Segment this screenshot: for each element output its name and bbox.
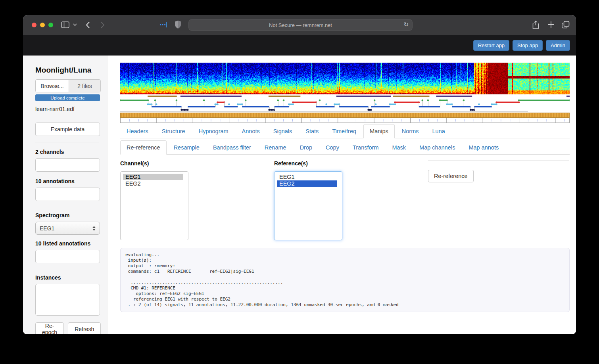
tab-luna[interactable]: Luna — [426, 124, 452, 138]
hypnogram-canvas[interactable] — [120, 94, 570, 113]
spectrogram-label: Spectrogram — [35, 212, 99, 218]
subtab-map-annots[interactable]: Map annots — [462, 140, 506, 154]
subtab-drop[interactable]: Drop — [294, 140, 319, 154]
upload-status-text: Upload complete — [50, 96, 84, 100]
sidebar: Moonlight/Luna Browse... 2 files Upload … — [23, 56, 108, 334]
app-title: Moonlight/Luna — [35, 66, 99, 75]
manips-subtabs: Re-reference Resample Bandpass filter Re… — [120, 140, 570, 155]
channel-option-eeg2[interactable]: EEG2 — [123, 180, 183, 187]
main-tabs: Headers Structure Hypnogram Annots Signa… — [120, 124, 570, 138]
upload-progress-bar: Upload complete — [35, 94, 100, 101]
instances-label: Instances — [35, 274, 99, 281]
browse-button[interactable]: Browse... — [36, 80, 69, 92]
tab-hypnogram[interactable]: Hypnogram — [192, 124, 236, 138]
subtab-re-reference[interactable]: Re-reference — [120, 140, 167, 154]
address-bar[interactable]: Not Secure — remnrem.net ↻ — [188, 19, 413, 31]
channels-listbox[interactable]: EEG1 EEG2 — [120, 171, 188, 240]
tab-headers[interactable]: Headers — [120, 124, 156, 138]
browser-window: •••▏ Not Secure — remnrem.net ↻ Restart … — [23, 15, 576, 334]
back-arrow-icon[interactable] — [86, 21, 90, 29]
channels-count-label: 2 channels — [35, 149, 99, 155]
forward-arrow-icon[interactable] — [100, 21, 105, 29]
listed-annotations-input[interactable] — [35, 250, 100, 263]
re-epoch-button[interactable]: Re-epoch — [35, 322, 64, 334]
loaded-filename: learn-nsrr01.edf — [35, 106, 99, 112]
reload-icon[interactable]: ↻ — [403, 21, 409, 28]
re-reference-button[interactable]: Re-reference — [428, 170, 474, 182]
minimize-window-button[interactable] — [40, 23, 45, 27]
file-upload-group: Browse... 2 files — [35, 79, 101, 92]
tab-stats[interactable]: Stats — [299, 124, 326, 138]
subtab-copy[interactable]: Copy — [319, 140, 346, 154]
sidebar-panel-icon[interactable] — [61, 21, 69, 28]
example-data-button[interactable]: Example data — [35, 123, 100, 136]
listed-annotations-label: 10 listed annotations — [35, 240, 99, 247]
tab-structure[interactable]: Structure — [156, 124, 192, 138]
tab-norms[interactable]: Norms — [395, 124, 426, 138]
new-tab-plus-icon[interactable] — [547, 21, 555, 28]
chevron-down-icon[interactable] — [73, 23, 77, 26]
epoch-mask-band[interactable] — [120, 113, 570, 118]
main-panel: Headers Structure Hypnogram Annots Signa… — [108, 56, 576, 334]
instances-listbox[interactable] — [35, 284, 100, 316]
extension-dots-icon[interactable]: •••▏ — [160, 22, 170, 27]
re-reference-pane: Channel(s) EEG1 EEG2 Reference(s) EEG1 E… — [120, 155, 570, 240]
stop-app-button[interactable]: Stop app — [513, 40, 543, 51]
browser-chrome: •••▏ Not Secure — remnrem.net ↻ — [23, 15, 576, 35]
tab-manips[interactable]: Manips — [363, 124, 395, 138]
address-bar-text: Not Secure — remnrem.net — [269, 22, 332, 28]
tab-timefreq[interactable]: Time/freq — [326, 124, 363, 138]
tab-overview-icon[interactable] — [562, 21, 570, 29]
annotations-count-label: 10 annotations — [35, 178, 99, 184]
select-stepper-icon — [91, 226, 97, 231]
subtab-mask[interactable]: Mask — [386, 140, 413, 154]
tab-annots[interactable]: Annots — [236, 124, 267, 138]
annotations-filter-input[interactable] — [35, 188, 100, 201]
zoom-window-button[interactable] — [48, 23, 53, 27]
channels-filter-input[interactable] — [35, 158, 100, 172]
admin-button[interactable]: Admin — [546, 40, 570, 51]
references-listbox[interactable]: EEG1 EEG2 — [274, 171, 342, 240]
spectrogram-channel-select[interactable]: EEG1 — [35, 222, 100, 235]
reference-option-eeg1[interactable]: EEG1 — [277, 174, 337, 180]
channel-option-eeg1[interactable]: EEG1 — [123, 174, 183, 180]
subtab-rename[interactable]: Rename — [258, 140, 294, 154]
references-pane-label: Reference(s) — [274, 160, 428, 167]
subtab-map-channels[interactable]: Map channels — [413, 140, 462, 154]
spectrogram-channel-value: EEG1 — [36, 225, 91, 232]
channels-pane-label: Channel(s) — [120, 160, 274, 167]
subtab-transform[interactable]: Transform — [346, 140, 386, 154]
app-navbar: Restart app Stop app Admin — [23, 35, 576, 56]
tab-signals[interactable]: Signals — [267, 124, 300, 138]
subtab-bandpass-filter[interactable]: Bandpass filter — [207, 140, 258, 154]
refresh-button[interactable]: Refresh — [68, 322, 101, 334]
files-count-label: 2 files — [69, 80, 100, 92]
share-icon[interactable] — [532, 21, 539, 29]
subtab-resample[interactable]: Resample — [167, 140, 207, 154]
pane-divider — [428, 160, 569, 161]
close-window-button[interactable] — [32, 23, 36, 27]
reference-option-eeg2[interactable]: EEG2 — [277, 180, 337, 187]
privacy-shield-icon[interactable] — [175, 20, 181, 29]
sidebar-divider — [35, 142, 99, 142]
restart-app-button[interactable]: Restart app — [473, 40, 509, 51]
time-ruler[interactable] — [120, 118, 570, 123]
luna-console-output: evaluating... input(s): output : :memory… — [120, 248, 570, 312]
spectrogram-canvas[interactable] — [120, 63, 570, 94]
